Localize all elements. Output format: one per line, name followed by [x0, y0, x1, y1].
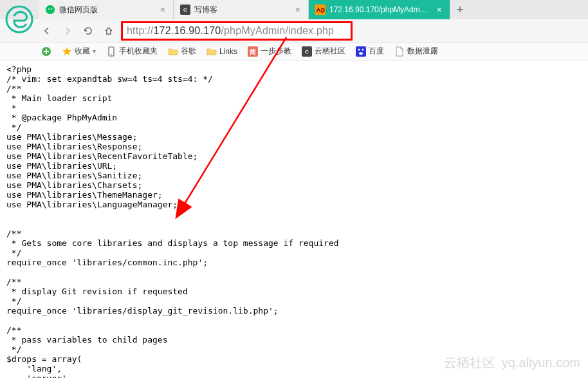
- csdn-icon: C: [302, 46, 312, 57]
- svg-point-9: [111, 54, 112, 55]
- tab-label: 172.16.90.170/phpMyAdmin/i: [329, 5, 428, 14]
- chevron-down-icon: ▾: [93, 48, 96, 55]
- baidu-icon: [356, 46, 366, 57]
- bookmarks-bar: 收藏 ▾ 手机收藏夹 谷歌 Links 简 一步步教 C 云栖社区 百度: [0, 43, 588, 61]
- watermark: 云栖社区 yq.aliyun.com: [444, 354, 580, 372]
- browser-logo: [5, 5, 33, 33]
- csdn-icon: C: [180, 5, 190, 15]
- svg-rect-14: [356, 46, 366, 57]
- chevron-right-icon: [62, 26, 73, 36]
- bookmark-label: 百度: [369, 46, 384, 57]
- wechat-icon: [45, 5, 55, 15]
- bookmark-google[interactable]: 谷歌: [165, 44, 199, 58]
- phone-icon: [106, 46, 116, 57]
- bookmark-label: 手机收藏夹: [119, 46, 158, 57]
- new-tab-button[interactable]: +: [450, 3, 470, 17]
- back-button[interactable]: [39, 23, 55, 39]
- url-text: http://172.16.90.170/phpMyAdmin/index.ph…: [127, 25, 334, 37]
- pma-icon: [315, 5, 326, 15]
- jian-icon: 简: [248, 46, 258, 57]
- bookmark-label: 一步步教: [261, 46, 291, 57]
- bookmark-favorites[interactable]: 收藏 ▾: [59, 44, 98, 58]
- home-icon: [104, 26, 114, 36]
- bookmark-label: 数据泄露: [407, 46, 438, 57]
- tab-phpmyadmin[interactable]: 172.16.90.170/phpMyAdmin/i ×: [309, 0, 450, 19]
- browser-chrome: 微信网页版 × C 写博客 × 172.16.90.170/phpMyAdmin…: [0, 0, 588, 61]
- bookmark-phone[interactable]: 手机收藏夹: [104, 44, 160, 58]
- folder-icon: [168, 46, 178, 57]
- bookmark-label: 谷歌: [181, 46, 196, 57]
- svg-point-16: [362, 48, 364, 50]
- svg-text:C: C: [305, 49, 309, 55]
- page-content: <?php /* vim: set expandtab sw=4 ts=4 st…: [0, 61, 588, 378]
- reload-icon: [83, 26, 93, 36]
- page-icon: [394, 46, 405, 57]
- svg-point-17: [359, 52, 363, 55]
- svg-point-1: [46, 5, 55, 14]
- tab-label: 微信网页版: [59, 5, 98, 15]
- bookmark-yunqi[interactable]: C 云栖社区: [299, 44, 348, 58]
- nav-bar: http://172.16.90.170/phpMyAdmin/index.ph…: [0, 19, 588, 43]
- tab-label: 写博客: [194, 5, 217, 15]
- url-bar[interactable]: http://172.16.90.170/phpMyAdmin/index.ph…: [121, 21, 353, 41]
- e-browser-icon: [5, 5, 33, 33]
- chevron-left-icon: [42, 26, 52, 36]
- svg-point-2: [48, 8, 50, 10]
- star-icon: [62, 46, 72, 57]
- home-button[interactable]: [100, 23, 117, 39]
- forward-button[interactable]: [59, 23, 76, 39]
- bookmark-label: 云栖社区: [315, 46, 345, 57]
- svg-text:C: C: [183, 7, 187, 13]
- bookmark-leak[interactable]: 数据泄露: [392, 44, 441, 58]
- bookmark-add[interactable]: [39, 45, 54, 58]
- svg-point-0: [6, 6, 32, 32]
- svg-point-15: [358, 48, 360, 50]
- svg-text:简: 简: [249, 48, 256, 55]
- bookmark-links[interactable]: Links: [204, 45, 240, 58]
- tab-blog[interactable]: C 写博客 ×: [174, 0, 309, 19]
- close-icon[interactable]: ×: [294, 5, 302, 15]
- svg-point-3: [51, 8, 52, 10]
- close-icon[interactable]: ×: [159, 5, 167, 15]
- bookmark-label: Links: [219, 47, 237, 56]
- reload-button[interactable]: [80, 23, 96, 39]
- folder-icon: [207, 46, 217, 57]
- close-icon[interactable]: ×: [436, 5, 443, 15]
- tab-wechat[interactable]: 微信网页版 ×: [39, 0, 174, 19]
- tab-bar: 微信网页版 × C 写博客 × 172.16.90.170/phpMyAdmin…: [0, 0, 588, 19]
- bookmark-baidu[interactable]: 百度: [353, 44, 387, 58]
- bookmark-jianshu[interactable]: 简 一步步教: [245, 44, 294, 58]
- bookmark-label: 收藏: [75, 46, 90, 57]
- plus-badge-icon: [41, 46, 51, 57]
